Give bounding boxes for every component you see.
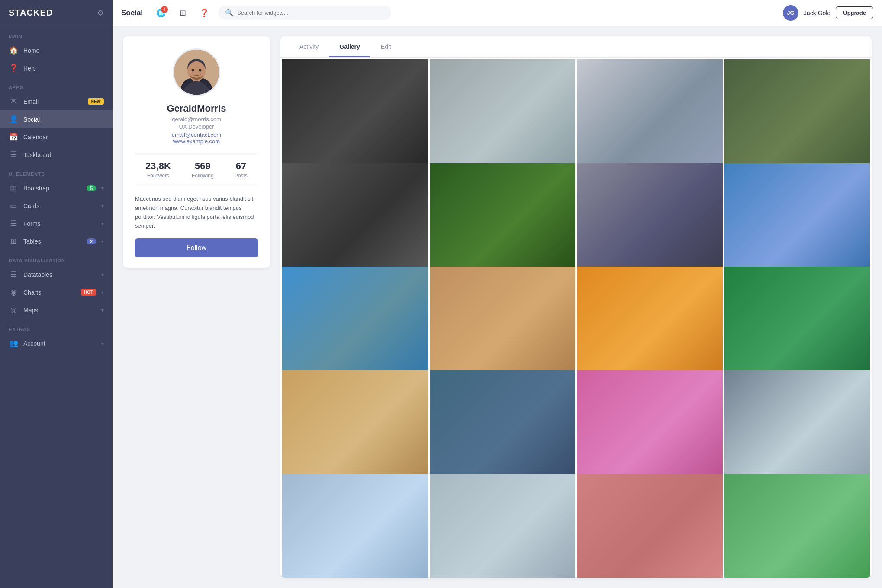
social-icon: 👤 (9, 115, 18, 124)
section-ui-label: UI Elements (0, 164, 113, 179)
help-button[interactable]: ❓ (196, 5, 212, 21)
settings-icon[interactable]: ⚙ (97, 8, 104, 18)
sidebar-item-maps-label: Maps (23, 307, 96, 314)
topbar: Social 🌐 4 ⊞ ❓ 🔍 JG Jack Gold Upgrade (113, 0, 882, 26)
profile-website[interactable]: www.example.com (135, 138, 258, 145)
avatar: JG (783, 5, 798, 21)
grid-button[interactable]: ⊞ (175, 5, 190, 21)
followers-count: 23,8K (145, 161, 171, 172)
sidebar-item-bootstrap[interactable]: ▦ Bootstrap 5 ▾ (0, 179, 113, 197)
sidebar-item-account[interactable]: 👥 Account ▾ (0, 334, 113, 352)
following-label: Following (192, 173, 214, 179)
charts-hot-badge: HOT (81, 289, 96, 296)
home-icon: 🏠 (9, 46, 18, 55)
taskboard-icon: ☰ (9, 150, 18, 159)
following-count: 569 (192, 161, 214, 172)
forms-chevron-icon: ▾ (101, 221, 104, 227)
sidebar-item-home[interactable]: 🏠 Home (0, 42, 113, 59)
profile-card: GeraldMorris gerald@morris.com UX Develo… (123, 36, 270, 268)
account-chevron-icon: ▾ (101, 341, 104, 347)
gallery-grid: 1 Tile image 1 2 Tile image 2 3 Tile ima… (280, 58, 872, 578)
tables-badge: 2 (87, 238, 96, 244)
maps-icon: ◎ (9, 305, 18, 315)
content-area: GeraldMorris gerald@morris.com UX Develo… (113, 26, 882, 588)
posts-stat: 67 Posts (235, 161, 248, 179)
profile-contact-email[interactable]: email@contact.com (135, 132, 258, 138)
gallery-tile[interactable]: 17 Tile image 17 (282, 474, 428, 578)
section-apps-label: Apps (0, 77, 113, 93)
sidebar-item-datatables[interactable]: ☰ Datatables ▾ (0, 266, 113, 283)
followers-stat: 23,8K Followers (145, 161, 171, 179)
bootstrap-badge: 5 (87, 185, 96, 191)
sidebar: STACKED ⚙ Main 🏠 Home ❓ Help Apps ✉ Emai… (0, 0, 113, 588)
section-main-label: Main (0, 26, 113, 42)
datatables-icon: ☰ (9, 270, 18, 279)
followers-label: Followers (145, 173, 171, 179)
app-name: STACKED (9, 8, 53, 18)
sidebar-item-email-label: Email (23, 98, 83, 105)
sidebar-item-tables[interactable]: ⊞ Tables 2 ▾ (0, 232, 113, 250)
sidebar-item-account-label: Account (23, 340, 96, 347)
sidebar-item-maps[interactable]: ◎ Maps ▾ (0, 301, 113, 319)
cards-chevron-icon: ▾ (101, 203, 104, 209)
email-new-badge: NEW (88, 98, 104, 105)
sidebar-item-cards-label: Cards (23, 202, 96, 209)
sidebar-item-social-label: Social (23, 116, 104, 123)
profile-avatar (173, 48, 220, 96)
search-input[interactable] (237, 10, 384, 16)
gallery-tile[interactable]: 20 Tile image 20 (724, 474, 870, 578)
bootstrap-icon: ▦ (9, 183, 18, 193)
sidebar-item-charts-label: Charts (23, 289, 76, 296)
gallery-tabs: Activity Gallery Edit (280, 36, 872, 58)
section-extras-label: Extras (0, 319, 113, 334)
topbar-right: JG Jack Gold Upgrade (783, 5, 873, 21)
posts-count: 67 (235, 161, 248, 172)
sidebar-item-calendar[interactable]: 📅 Calendar (0, 128, 113, 146)
sidebar-item-forms[interactable]: ☰ Forms ▾ (0, 215, 113, 232)
tab-activity[interactable]: Activity (289, 36, 329, 57)
sidebar-item-social[interactable]: 👤 Social (0, 110, 113, 128)
account-icon: 👥 (9, 339, 18, 348)
profile-bio: Maecenas sed diam eget risus varius blan… (135, 195, 258, 231)
maps-chevron-icon: ▾ (101, 307, 104, 313)
sidebar-item-help[interactable]: ❓ Help (0, 59, 113, 77)
search-bar: 🔍 (218, 6, 391, 20)
gallery-tile[interactable]: 18 Tile image 18 (430, 474, 576, 578)
svg-point-4 (192, 69, 194, 72)
sidebar-item-datatables-label: Datatables (23, 271, 96, 278)
profile-email: gerald@morris.com (135, 116, 258, 122)
sidebar-item-home-label: Home (23, 47, 104, 54)
bootstrap-chevron-icon: ▾ (101, 185, 104, 191)
gallery-area: Activity Gallery Edit 1 Tile image 1 2 T… (280, 36, 872, 578)
sidebar-item-help-label: Help (23, 65, 104, 72)
sidebar-item-cards[interactable]: ▭ Cards ▾ (0, 197, 113, 215)
tab-gallery[interactable]: Gallery (329, 36, 370, 57)
sidebar-item-tables-label: Tables (23, 238, 81, 245)
section-dataviz-label: Data Visualization (0, 250, 113, 266)
datatables-chevron-icon: ▾ (101, 272, 104, 278)
notification-badge: 4 (161, 6, 168, 13)
sidebar-item-taskboard-label: Taskboard (23, 151, 104, 158)
sidebar-item-charts[interactable]: ◉ Charts HOT ▾ (0, 283, 113, 301)
follow-button[interactable]: Follow (135, 238, 258, 257)
forms-icon: ☰ (9, 219, 18, 228)
page-title: Social (121, 9, 143, 17)
help-icon: ❓ (9, 64, 18, 73)
username: Jack Gold (804, 10, 830, 16)
posts-label: Posts (235, 173, 248, 179)
tab-edit[interactable]: Edit (370, 36, 402, 57)
sidebar-item-taskboard[interactable]: ☰ Taskboard (0, 146, 113, 164)
gallery-tile[interactable]: 19 Tile image 19 (577, 474, 723, 578)
tables-chevron-icon: ▾ (101, 238, 104, 244)
calendar-icon: 📅 (9, 132, 18, 141)
charts-icon: ◉ (9, 288, 18, 297)
sidebar-item-email[interactable]: ✉ Email NEW (0, 93, 113, 110)
globe-button[interactable]: 🌐 4 (153, 5, 169, 21)
upgrade-button[interactable]: Upgrade (836, 6, 873, 19)
search-icon: 🔍 (225, 9, 234, 17)
sidebar-item-bootstrap-label: Bootstrap (23, 185, 81, 192)
charts-chevron-icon: ▾ (101, 289, 104, 296)
svg-point-5 (199, 69, 202, 72)
email-icon: ✉ (9, 97, 18, 106)
cards-icon: ▭ (9, 201, 18, 210)
